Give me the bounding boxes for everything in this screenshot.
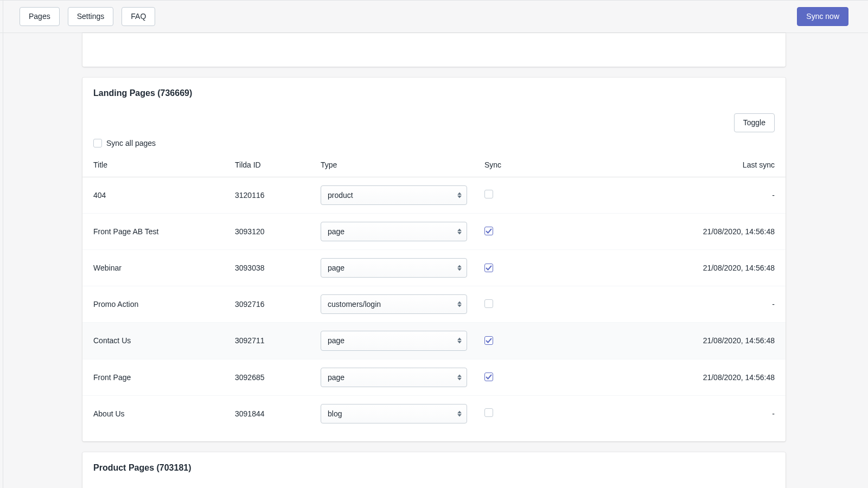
- previous-card-stub: [82, 33, 786, 67]
- sync-checkbox[interactable]: [484, 190, 493, 198]
- cell-last-sync: -: [533, 177, 786, 213]
- sync-checkbox[interactable]: [484, 299, 493, 308]
- topbar: Pages Settings FAQ Sync now: [0, 0, 868, 33]
- topbar-left: Pages Settings FAQ: [20, 7, 155, 26]
- tab-faq[interactable]: FAQ: [122, 7, 155, 26]
- cell-title: Front Page AB Test: [82, 213, 226, 249]
- pages-table: Title Tilda ID Type Sync Last sync 40431…: [82, 153, 786, 432]
- cell-tilda-id: 3092685: [226, 359, 312, 395]
- tab-pages[interactable]: Pages: [20, 7, 60, 26]
- left-edge-divider: [3, 0, 3, 488]
- col-last-sync: Last sync: [533, 153, 786, 177]
- toggle-row: Toggle: [82, 98, 786, 132]
- cell-tilda-id: 3092716: [226, 286, 312, 323]
- cell-sync: [476, 249, 533, 286]
- cell-last-sync: 21/08/2020, 14:56:48: [533, 323, 786, 359]
- cell-title: About Us: [82, 395, 226, 432]
- cell-sync: [476, 395, 533, 432]
- cell-sync: [476, 213, 533, 249]
- type-select[interactable]: product: [321, 185, 467, 205]
- type-select[interactable]: page: [321, 258, 467, 278]
- toggle-row: Toggle: [82, 473, 786, 488]
- table-row: Front Page AB Test3093120page21/08/2020,…: [82, 213, 786, 249]
- cell-sync: [476, 177, 533, 213]
- cell-type: page: [312, 213, 476, 249]
- main-content: Landing Pages (736669) Toggle Sync all p…: [0, 33, 868, 488]
- cell-title: Front Page: [82, 359, 226, 395]
- cell-tilda-id: 3120116: [226, 177, 312, 213]
- cell-last-sync: -: [533, 395, 786, 432]
- cell-tilda-id: 3093038: [226, 249, 312, 286]
- cell-sync: [476, 359, 533, 395]
- cell-title: 404: [82, 177, 226, 213]
- table-header-row: Title Tilda ID Type Sync Last sync: [82, 153, 786, 177]
- table-row: Front Page3092685page21/08/2020, 14:56:4…: [82, 359, 786, 395]
- card-title: Product Pages (703181): [82, 452, 786, 473]
- sync-checkbox[interactable]: [484, 373, 493, 381]
- sync-all-row: Sync all pages: [82, 132, 786, 153]
- cell-sync: [476, 323, 533, 359]
- type-select[interactable]: page: [321, 222, 467, 241]
- product-pages-card: Product Pages (703181) Toggle: [82, 452, 786, 488]
- cell-type: page: [312, 249, 476, 286]
- card-title: Landing Pages (736669): [82, 78, 786, 98]
- table-row: About Us3091844blog-: [82, 395, 786, 432]
- type-select[interactable]: page: [321, 368, 467, 387]
- table-row: Promo Action3092716customers/login-: [82, 286, 786, 323]
- cell-last-sync: 21/08/2020, 14:56:48: [533, 249, 786, 286]
- cell-last-sync: 21/08/2020, 14:56:48: [533, 359, 786, 395]
- cell-sync: [476, 286, 533, 323]
- col-title: Title: [82, 153, 226, 177]
- cell-title: Contact Us: [82, 323, 226, 359]
- sync-all-label: Sync all pages: [106, 139, 156, 147]
- toggle-button[interactable]: Toggle: [734, 113, 775, 132]
- col-type: Type: [312, 153, 476, 177]
- cell-type: page: [312, 323, 476, 359]
- col-tilda-id: Tilda ID: [226, 153, 312, 177]
- landing-pages-card: Landing Pages (736669) Toggle Sync all p…: [82, 78, 786, 441]
- type-select[interactable]: page: [321, 331, 467, 350]
- tab-settings[interactable]: Settings: [68, 7, 114, 26]
- type-select[interactable]: customers/login: [321, 294, 467, 314]
- type-select[interactable]: blog: [321, 404, 467, 423]
- cell-tilda-id: 3093120: [226, 213, 312, 249]
- sync-checkbox[interactable]: [484, 264, 493, 272]
- table-row: Webinar3093038page21/08/2020, 14:56:48: [82, 249, 786, 286]
- sync-checkbox[interactable]: [484, 336, 493, 345]
- sync-now-button[interactable]: Sync now: [797, 7, 848, 26]
- cell-title: Promo Action: [82, 286, 226, 323]
- sync-all-checkbox[interactable]: [93, 139, 102, 147]
- table-row: 4043120116product-: [82, 177, 786, 213]
- cell-tilda-id: 3092711: [226, 323, 312, 359]
- cell-type: page: [312, 359, 476, 395]
- cell-type: blog: [312, 395, 476, 432]
- cell-title: Webinar: [82, 249, 226, 286]
- sync-checkbox[interactable]: [484, 408, 493, 417]
- cell-type: product: [312, 177, 476, 213]
- cell-last-sync: -: [533, 286, 786, 323]
- col-sync: Sync: [476, 153, 533, 177]
- sync-checkbox[interactable]: [484, 227, 493, 235]
- cell-type: customers/login: [312, 286, 476, 323]
- cell-tilda-id: 3091844: [226, 395, 312, 432]
- table-row: Contact Us3092711page21/08/2020, 14:56:4…: [82, 323, 786, 359]
- cell-last-sync: 21/08/2020, 14:56:48: [533, 213, 786, 249]
